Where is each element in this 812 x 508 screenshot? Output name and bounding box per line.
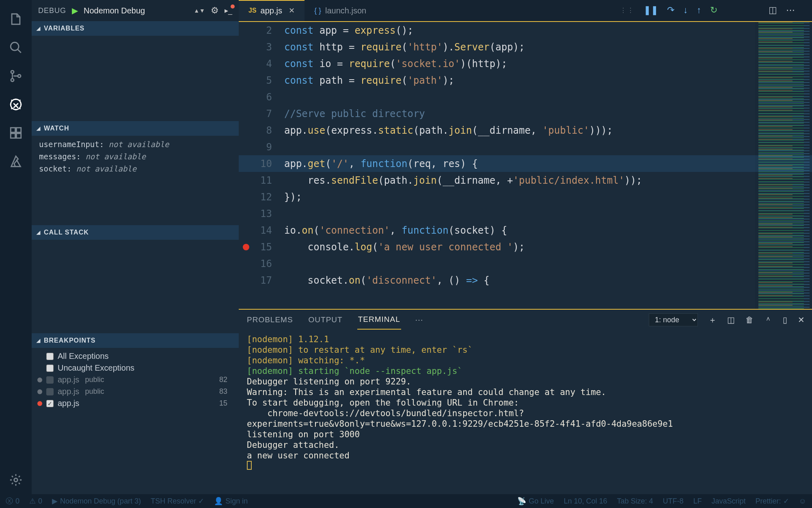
bp-all-exceptions[interactable]: All Exceptions xyxy=(32,350,239,362)
line-number: 4 xyxy=(253,58,279,69)
trash-icon[interactable]: 🗑 xyxy=(745,315,754,325)
line-number: 7 xyxy=(253,108,279,119)
activity-bar xyxy=(0,0,32,494)
status-resolver[interactable]: TSH Resolver ✓ xyxy=(151,497,204,506)
checkbox-icon[interactable] xyxy=(46,353,54,360)
variables-title: VARIABLES xyxy=(44,25,84,32)
status-warnings[interactable]: ⚠ 0 xyxy=(29,497,42,506)
extensions-icon[interactable] xyxy=(0,119,32,147)
callstack-section-header[interactable]: ◢ CALL STACK xyxy=(32,225,239,240)
terminal-output[interactable]: [nodemon] 1.12.1[nodemon] to restart at … xyxy=(239,330,812,494)
drag-handle-icon[interactable]: ⋮⋮ xyxy=(620,7,635,14)
status-tab-size[interactable]: Tab Size: 4 xyxy=(617,497,653,506)
code-editor[interactable]: 2 const app = express(); 3 const http = … xyxy=(239,21,812,309)
new-terminal-icon[interactable]: ＋ xyxy=(708,315,717,326)
status-errors[interactable]: ⓧ 0 xyxy=(6,496,19,506)
step-over-button[interactable]: ↷ xyxy=(667,5,674,15)
code-line[interactable]: 14 io.on('connection', function(socket) … xyxy=(239,222,812,239)
debug-config-name[interactable]: Nodemon Debug xyxy=(84,6,145,15)
source-control-icon[interactable] xyxy=(0,62,32,90)
code-line[interactable]: 17 socket.on('disconnect', () => { xyxy=(239,272,812,289)
bp-uncaught-exceptions[interactable]: Uncaught Exceptions xyxy=(32,362,239,374)
status-language[interactable]: JavaScript xyxy=(712,497,746,506)
debug-console-icon[interactable]: ▸_ xyxy=(225,6,232,15)
code-line[interactable]: 5 const path = require('path'); xyxy=(239,72,812,89)
tab-launch-json[interactable]: { } launch.json xyxy=(304,0,376,21)
split-terminal-icon[interactable]: ◫ xyxy=(727,315,735,325)
step-into-button[interactable]: ↓ xyxy=(683,5,688,15)
variables-section-header[interactable]: ◢ VARIABLES xyxy=(32,21,239,36)
checkbox-icon[interactable] xyxy=(46,388,54,395)
debug-settings-icon[interactable]: ⚙ xyxy=(211,5,219,16)
code-line[interactable]: 3 const http = require('http').Server(ap… xyxy=(239,39,812,55)
explorer-icon[interactable] xyxy=(0,5,32,33)
terminal-selector[interactable]: 1: node xyxy=(649,313,698,326)
breakpoint-item[interactable]: app.js public 83 xyxy=(32,386,239,397)
panel-more-icon[interactable]: ⋯ xyxy=(415,315,423,325)
status-encoding[interactable]: UTF-8 xyxy=(663,497,684,506)
more-actions-icon[interactable]: ⋯ xyxy=(786,5,795,15)
checkbox-icon[interactable] xyxy=(46,376,54,384)
line-number: 14 xyxy=(253,225,279,236)
azure-icon[interactable] xyxy=(0,147,32,176)
code-line[interactable]: 11 res.sendFile(path.join(__dirname, +'p… xyxy=(239,172,812,189)
code-line[interactable]: 6 xyxy=(239,89,812,105)
code-line[interactable]: 10 app.get('/', function(req, res) { xyxy=(239,155,812,172)
checkbox-icon[interactable]: ✓ xyxy=(46,400,54,407)
status-prettier[interactable]: Prettier: ✓ xyxy=(756,497,789,506)
checkbox-icon[interactable] xyxy=(46,365,54,372)
code-line[interactable]: 9 xyxy=(239,139,812,155)
code-line[interactable]: 12 }); xyxy=(239,189,812,205)
code-text: res.sendFile(path.join(__dirname, +'publ… xyxy=(279,175,812,186)
line-number: 15 xyxy=(253,241,279,253)
status-cursor-pos[interactable]: Ln 10, Col 16 xyxy=(564,497,607,506)
watch-item[interactable]: messages: not available xyxy=(32,150,239,163)
code-line[interactable]: 13 xyxy=(239,205,812,222)
maximize-panel-icon[interactable]: ＾ xyxy=(764,315,772,326)
search-icon[interactable] xyxy=(0,33,32,62)
breakpoint-item[interactable]: ✓ app.js 15 xyxy=(32,397,239,409)
code-line[interactable]: 8 app.use(express.static(path.join(__dir… xyxy=(239,122,812,139)
tab-problems[interactable]: PROBLEMS xyxy=(246,310,294,329)
debug-icon[interactable] xyxy=(0,90,32,119)
settings-gear-icon[interactable] xyxy=(0,466,32,494)
watch-item[interactable]: usernameInput: not available xyxy=(32,138,239,150)
status-eol[interactable]: LF xyxy=(693,497,702,506)
code-line[interactable]: 15 console.log('a new user connected '); xyxy=(239,239,812,255)
split-editor-icon[interactable]: ◫ xyxy=(769,5,777,15)
feedback-icon[interactable]: ☺ xyxy=(799,497,806,506)
step-out-button[interactable]: ↑ xyxy=(697,5,701,15)
start-debug-button[interactable]: ▶ xyxy=(72,6,78,15)
close-panel-icon[interactable]: ✕ xyxy=(798,315,805,325)
breakpoints-section-header[interactable]: ◢ BREAKPOINTS xyxy=(32,333,239,348)
tab-output[interactable]: OUTPUT xyxy=(308,310,343,329)
code-line[interactable]: 4 const io = require('socket.io')(http); xyxy=(239,55,812,72)
gutter-breakpoint[interactable] xyxy=(239,244,253,250)
bp-line-number: 83 xyxy=(219,387,233,396)
status-golive[interactable]: 📡 Go Live xyxy=(517,497,554,506)
callstack-title: CALL STACK xyxy=(44,229,89,236)
code-text: io.on('connection', function(socket) { xyxy=(279,225,812,236)
restart-button[interactable]: ↻ xyxy=(710,5,717,15)
tab-app-js[interactable]: JS app.js ✕ xyxy=(239,0,304,21)
breakpoint-item[interactable]: app.js public 82 xyxy=(32,374,239,386)
code-line[interactable]: 2 const app = express(); xyxy=(239,22,812,39)
close-tab-icon[interactable]: ✕ xyxy=(289,6,295,15)
minimap[interactable] xyxy=(755,22,812,309)
pause-button[interactable]: ❚❚ xyxy=(644,5,658,15)
tab-terminal[interactable]: TERMINAL xyxy=(357,310,401,330)
code-text: app.get('/', function(req, res) { xyxy=(279,158,812,169)
config-dropdown-icon[interactable]: ▲▼ xyxy=(194,7,205,14)
watch-section-header[interactable]: ◢ WATCH xyxy=(32,121,239,136)
status-debug[interactable]: ▶ Nodemon Debug (part 3) xyxy=(52,497,141,506)
code-line[interactable]: 7 //Serve public directory xyxy=(239,105,812,122)
status-signin[interactable]: 👤 Sign in xyxy=(214,497,248,506)
debug-toolbar-header: DEBUG ▶ Nodemon Debug ▲▼ ⚙ ▸_ xyxy=(32,0,239,21)
toggle-panel-icon[interactable]: ▯ xyxy=(783,315,787,325)
breakpoint-dot-icon xyxy=(37,389,42,394)
bp-path: public xyxy=(85,376,104,384)
watch-item[interactable]: socket: not available xyxy=(32,163,239,175)
tab-label: app.js xyxy=(261,6,282,15)
code-line[interactable]: 16 xyxy=(239,255,812,272)
bp-path: public xyxy=(85,387,104,396)
